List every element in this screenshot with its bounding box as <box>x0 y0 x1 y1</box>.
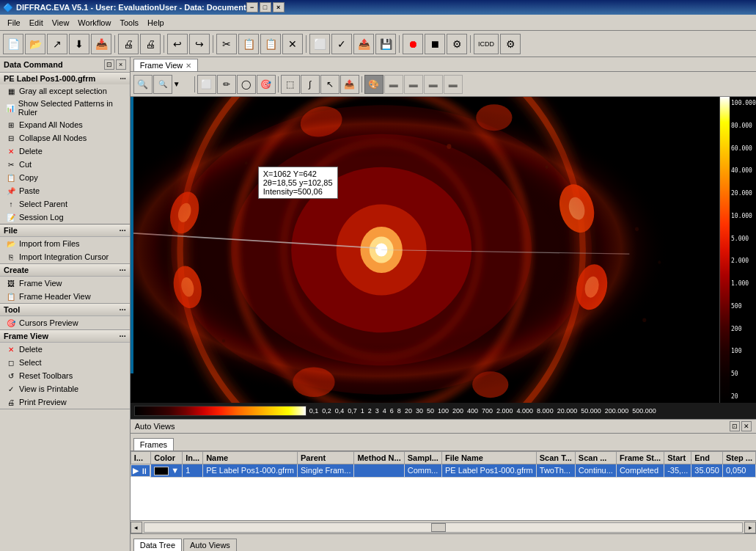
tb-export[interactable]: 📤 <box>353 34 374 54</box>
tool-more-btn[interactable]: ··· <box>120 305 126 314</box>
ftb-color[interactable]: 🎨 <box>364 75 383 94</box>
menu-file[interactable]: File <box>3 17 25 29</box>
menu-item-cursors[interactable]: 🎯 Cursors Preview <box>0 316 130 329</box>
ftb-rect-select[interactable]: ⬚ <box>281 75 300 94</box>
menu-item-expand[interactable]: ⊞ Expand All Nodes <box>0 118 130 131</box>
tb-frame[interactable]: ⬜ <box>309 34 330 54</box>
menu-tools[interactable]: Tools <box>115 17 143 29</box>
frames-tab[interactable]: Frames <box>133 438 174 450</box>
color-dropdown-btn[interactable]: ▼ <box>171 466 179 475</box>
ftb-zoom-in[interactable]: 🔍 <box>133 75 153 94</box>
tb-check[interactable]: ✓ <box>331 34 352 54</box>
ftb-bar3[interactable]: ▬ <box>424 75 443 94</box>
menu-item-session-log[interactable]: 📝 Session Log <box>0 211 130 224</box>
tb-settings[interactable]: ⚙ <box>447 34 467 54</box>
menu-item-fv-print-preview[interactable]: 🖨 Print Preview <box>0 395 130 409</box>
menu-item-collapse[interactable]: ⊟ Collapse All Nodes <box>0 131 130 145</box>
pe-label-more-btn[interactable]: ··· <box>120 75 125 83</box>
tab-close-btn[interactable]: ✕ <box>186 62 191 70</box>
auto-views-tab[interactable]: Auto Views <box>183 539 237 551</box>
minimize-button[interactable]: − <box>246 2 258 12</box>
col-end[interactable]: End <box>691 452 723 464</box>
play-btn[interactable]: ▶ <box>133 466 139 475</box>
menu-item-delete[interactable]: ✕ Delete <box>0 145 130 158</box>
ftb-cursor[interactable]: ↖ <box>320 75 340 94</box>
col-name[interactable]: Name <box>203 452 298 464</box>
frame-view-more-btn[interactable]: ··· <box>120 332 126 340</box>
tb-delete[interactable]: ✕ <box>282 34 303 54</box>
diff-canvas-container[interactable]: X=1062 Y=642 2θ=18,55 y=102,85 Intensity… <box>133 97 719 403</box>
tb-save[interactable]: 💾 <box>375 34 396 54</box>
ftb-bar4[interactable]: ▬ <box>444 75 463 94</box>
menu-item-copy[interactable]: 📋 Copy <box>0 171 130 184</box>
menu-item-import-cursor[interactable]: ⎘ Import Integration Cursor <box>0 250 130 263</box>
scroll-left-btn[interactable]: ◂ <box>131 522 142 533</box>
table-row[interactable]: ▶ ⏸ ▼ 1 PE Label Pos1-000.gfrm <box>131 464 755 478</box>
close-button[interactable]: × <box>273 2 285 12</box>
col-step[interactable]: Step ... <box>722 452 755 464</box>
col-scan[interactable]: Scan ... <box>575 452 616 464</box>
data-tree-tab[interactable]: Data Tree <box>133 539 182 551</box>
menu-item-fv-printable[interactable]: ✓ View is Printable <box>0 382 130 395</box>
tb-open[interactable]: 📂 <box>25 34 45 54</box>
restore-button[interactable]: ⊡ <box>104 59 114 70</box>
ftb-export2[interactable]: 📤 <box>340 75 359 94</box>
col-method[interactable]: Method N... <box>354 452 404 464</box>
tb-icdd[interactable]: ICDD <box>474 34 499 54</box>
menu-help[interactable]: Help <box>143 17 169 29</box>
tb-copy1[interactable]: 📋 <box>238 34 259 54</box>
menu-view[interactable]: View <box>48 17 74 29</box>
col-in[interactable]: In... <box>183 452 203 464</box>
tb-record[interactable]: ⏺ <box>403 34 423 54</box>
col-scant[interactable]: Scan T... <box>536 452 575 464</box>
menu-item-import-files[interactable]: 📂 Import from Files <box>0 237 130 250</box>
tb-stop[interactable]: ⏹ <box>425 34 445 54</box>
close-panel-button[interactable]: × <box>116 59 126 70</box>
menu-item-fv-reset[interactable]: ↺ Reset Toolbars <box>0 369 130 382</box>
menu-item-frame-header[interactable]: 📋 Frame Header View <box>0 290 130 303</box>
ftb-zoom-out[interactable]: 🔍 <box>153 75 172 94</box>
col-parent[interactable]: Parent <box>297 452 353 464</box>
tb-gear[interactable]: ⚙ <box>500 34 521 54</box>
col-sampl[interactable]: Sampl... <box>404 452 441 464</box>
tb-redo[interactable]: ↪ <box>189 34 210 54</box>
scroll-right-btn[interactable]: ▸ <box>744 522 756 533</box>
scroll-track[interactable] <box>144 522 743 533</box>
col-filename[interactable]: File Name <box>441 452 536 464</box>
ftb-pencil[interactable]: ✏ <box>217 75 236 94</box>
maximize-button[interactable]: □ <box>260 2 271 12</box>
file-more-btn[interactable]: ··· <box>120 226 126 235</box>
ftb-dropdown[interactable]: ▼ <box>173 75 192 94</box>
menu-item-gray[interactable]: ▦ Gray all except selection <box>0 84 130 98</box>
auto-views-restore[interactable]: ⊡ <box>730 421 740 431</box>
tb-copy2[interactable]: 📋 <box>260 34 281 54</box>
menu-item-fv-delete[interactable]: ✕ Delete <box>0 343 130 356</box>
col-start[interactable]: Start <box>664 452 691 464</box>
menu-item-fv-select[interactable]: ◻ Select <box>0 356 130 369</box>
tb-import[interactable]: 📥 <box>91 34 111 54</box>
col-i[interactable]: I... <box>131 452 151 464</box>
ftb-bar2[interactable]: ▬ <box>404 75 423 94</box>
tb-btn3[interactable]: ↗ <box>47 34 67 54</box>
tb-print[interactable]: 🖨 <box>118 34 139 54</box>
tb-undo[interactable]: ↩ <box>167 34 188 54</box>
menu-item-cut[interactable]: ✂ Cut <box>0 158 130 171</box>
menu-item-frame-view[interactable]: 🖼 Frame View <box>0 277 130 290</box>
auto-views-close[interactable]: ✕ <box>741 421 752 431</box>
menu-item-select-parent[interactable]: ↑ Select Parent <box>0 197 130 211</box>
ftb-select[interactable]: ⬜ <box>197 75 216 94</box>
menu-edit[interactable]: Edit <box>25 17 48 29</box>
menu-item-paste[interactable]: 📌 Paste <box>0 184 130 197</box>
ftb-circle[interactable]: ◯ <box>237 75 256 94</box>
frames-table-container[interactable]: I... Color In... Name Parent Method N...… <box>131 451 756 520</box>
tb-cut[interactable]: ✂ <box>216 34 237 54</box>
create-more-btn[interactable]: ··· <box>120 266 126 274</box>
col-color[interactable]: Color <box>151 452 183 464</box>
tb-new[interactable]: 📄 <box>3 34 23 54</box>
ftb-bar1[interactable]: ▬ <box>384 75 403 94</box>
tb-print2[interactable]: 🖨 <box>140 34 161 54</box>
menu-workflow[interactable]: Workflow <box>73 17 115 29</box>
ftb-target[interactable]: 🎯 <box>257 75 276 94</box>
scroll-thumb[interactable] <box>431 523 446 532</box>
ftb-integrate[interactable]: ∫ <box>301 75 320 94</box>
